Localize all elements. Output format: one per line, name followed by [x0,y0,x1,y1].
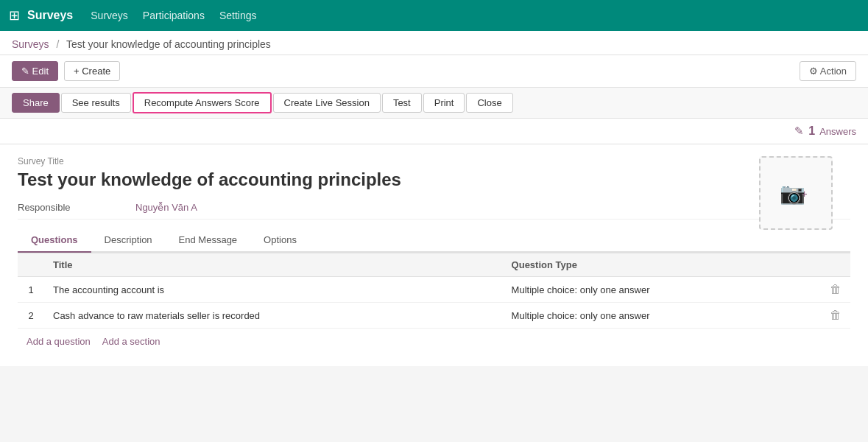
responsible-label: Responsible [18,202,135,213]
question-type-2: Multiple choice: only one answer [503,303,821,329]
edit-answers-icon: ✎ [794,124,804,138]
tab-options[interactable]: Options [250,228,310,253]
see-results-button[interactable]: See results [61,93,131,113]
action-button[interactable]: ⚙ Action [800,61,856,81]
col-title: Title [44,253,503,277]
close-button[interactable]: Close [466,93,512,113]
delete-row-1[interactable]: 🗑 [821,277,850,303]
question-title-1[interactable]: The accounting account is [44,277,503,303]
breadcrumb-parent[interactable]: Surveys [12,38,49,50]
action-bar-left: ✎ Edit + Create [12,61,120,81]
nav-settings[interactable]: Settings [219,10,257,21]
trash-icon-2[interactable]: 🗑 [830,309,841,321]
survey-title: Test your knowledge of accounting princi… [18,169,850,190]
action-bar: ✎ Edit + Create ⚙ Action [0,55,868,88]
breadcrumb-separator: / [56,38,59,50]
photo-placeholder[interactable]: 📷+ [759,156,833,230]
nav-participations[interactable]: Participations [143,10,205,21]
add-question-link[interactable]: Add a question [27,336,91,347]
trash-icon-1[interactable]: 🗑 [830,283,841,295]
table-row: 2 Cash advance to raw materials seller i… [18,303,850,329]
create-live-session-button[interactable]: Create Live Session [273,93,381,113]
responsible-field: Responsible Nguyễn Văn A [18,202,850,220]
top-navigation: ⊞ Surveys Surveys Participations Setting… [0,0,868,31]
col-question-type: Question Type [503,253,821,277]
tab-bar: Questions Description End Message Option… [18,228,850,253]
tab-end-message[interactable]: End Message [166,228,251,253]
nav-surveys[interactable]: Surveys [91,10,128,21]
breadcrumb-current: Test your knowledge of accounting princi… [66,38,271,50]
delete-row-2[interactable]: 🗑 [821,303,850,329]
row-num-1: 1 [18,277,44,303]
camera-icon: 📷+ [780,181,811,206]
recompute-answers-button[interactable]: Recompute Answers Score [133,92,272,113]
main-content: ✎ 1 Answers 📷+ Survey Title Test your kn… [0,119,868,366]
tab-questions[interactable]: Questions [18,228,91,253]
share-button[interactable]: Share [12,93,60,113]
add-links: Add a question Add a section [18,329,850,354]
app-grid-icon[interactable]: ⊞ [9,7,20,24]
survey-form: 📷+ Survey Title Test your knowledge of a… [0,144,868,366]
table-row: 1 The accounting account is Multiple cho… [18,277,850,303]
col-num [18,253,44,277]
answers-link[interactable]: ✎ 1 Answers [794,124,856,138]
tab-description[interactable]: Description [91,228,166,253]
title-label: Survey Title [18,156,850,166]
test-button[interactable]: Test [382,93,422,113]
question-type-1: Multiple choice: only one answer [503,277,821,303]
app-name: Surveys [27,9,73,22]
print-button[interactable]: Print [423,93,465,113]
breadcrumb: Surveys / Test your knowledge of account… [0,31,868,55]
answers-bar: ✎ 1 Answers [0,119,868,144]
add-section-link[interactable]: Add a section [102,336,160,347]
responsible-value[interactable]: Nguyễn Văn A [135,202,197,213]
survey-header-area: 📷+ Survey Title Test your knowledge of a… [18,156,850,220]
create-button[interactable]: + Create [64,61,120,81]
answers-label: Answers [819,126,856,137]
survey-toolbar: Share See results Recompute Answers Scor… [0,88,868,119]
answers-count: 1 [808,124,815,138]
row-num-2: 2 [18,303,44,329]
questions-table: Title Question Type 1 The accounting acc… [18,253,850,329]
edit-button[interactable]: ✎ Edit [12,61,58,81]
question-title-2[interactable]: Cash advance to raw materials seller is … [44,303,503,329]
col-actions [821,253,850,277]
